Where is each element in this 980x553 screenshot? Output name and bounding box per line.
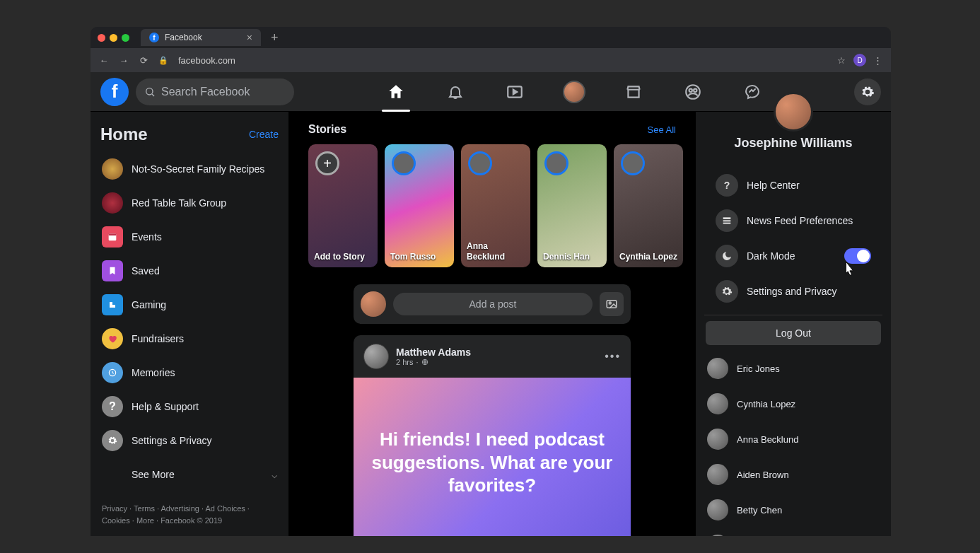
facebook-logo-icon[interactable]: f (100, 78, 129, 106)
post-composer: Add a post (354, 284, 631, 324)
story-item[interactable]: Dennis Han (537, 144, 607, 267)
sidebar-item-memories[interactable]: Memories (98, 356, 281, 389)
sidebar-item-help[interactable]: ? Help & Support (98, 390, 281, 423)
menu-newsfeed-prefs[interactable]: News Feed Preferences (714, 203, 873, 238)
post-author-avatar-icon[interactable] (363, 344, 389, 369)
browser-menu-icon[interactable]: ⋮ (873, 55, 882, 66)
avatar-icon (707, 393, 728, 414)
forward-icon[interactable]: → (119, 55, 129, 66)
gear-icon (102, 430, 123, 451)
sidebar-item-recipes[interactable]: Not-So-Secret Family Recipes (98, 153, 281, 185)
sidebar-item-label: Red Table Talk Group (132, 197, 226, 209)
sidebar-item-settings[interactable]: Settings & Privacy (98, 424, 281, 457)
group-thumb-icon (102, 158, 123, 180)
menu-label: News Feed Preferences (747, 215, 853, 226)
menu-help-center[interactable]: ? Help Center (714, 168, 873, 203)
plus-icon: + (315, 151, 339, 175)
nav-watch[interactable] (501, 72, 529, 112)
topnav-center (301, 72, 847, 112)
search-input[interactable]: Search Facebook (136, 78, 294, 105)
composer-photo-button[interactable] (600, 292, 624, 316)
nav-home[interactable] (382, 72, 410, 112)
bell-icon (447, 83, 464, 100)
stories-seeall[interactable]: See All (648, 124, 676, 135)
fundraisers-icon (102, 328, 123, 349)
sidebar-item-events[interactable]: Events (98, 221, 281, 253)
menu-dark-mode[interactable]: Dark Mode (714, 238, 873, 274)
sidebar-item-label: Events (132, 231, 162, 243)
nav-messenger[interactable] (738, 72, 766, 112)
footer-links[interactable]: Privacy · Terms · Advertising · Ad Choic… (98, 499, 281, 530)
sidebar-item-gaming[interactable]: Gaming (98, 289, 281, 321)
svg-rect-13 (723, 220, 731, 221)
sidebar-item-label: Gaming (132, 299, 166, 310)
feed-prefs-icon (716, 209, 738, 232)
close-window-icon[interactable] (98, 34, 105, 42)
svg-point-3 (686, 85, 700, 99)
memories-icon (102, 362, 123, 383)
contact-item[interactable]: Aiden Brown (706, 460, 881, 489)
menu-label: Settings and Privacy (747, 286, 837, 297)
composer-input[interactable]: Add a post (393, 293, 593, 315)
nav-profile[interactable] (560, 72, 588, 112)
account-menu: ? Help Center News Feed Preferences Dark… (704, 158, 882, 315)
svg-point-10 (609, 302, 611, 304)
settings-button[interactable] (854, 78, 881, 105)
story-item[interactable]: Tom Russo (385, 144, 454, 267)
logout-button[interactable]: Log Out (706, 321, 881, 345)
bookmark-icon[interactable]: ☆ (836, 55, 846, 66)
sidebar-item-seemore[interactable]: See More ⌵ (98, 458, 281, 491)
contact-item[interactable]: Anna Becklund (706, 424, 881, 454)
menu-label: Help Center (747, 180, 800, 191)
profile-photo-icon[interactable] (774, 92, 813, 132)
saved-icon (102, 260, 123, 281)
maximize-window-icon[interactable] (122, 34, 129, 42)
post-body: Hi friends! I need podcast suggestions. … (354, 378, 631, 536)
menu-settings-privacy[interactable]: Settings and Privacy (714, 274, 873, 309)
create-link[interactable]: Create (249, 129, 279, 140)
profile-name[interactable]: Josephine Williams (696, 136, 891, 151)
contact-item[interactable]: Cynthia Lopez (706, 389, 881, 419)
avatar-icon (707, 464, 728, 485)
story-avatar-icon (392, 151, 416, 175)
contacts-list: Eric Jones Cynthia Lopez Anna Becklund A… (696, 351, 891, 536)
profile-avatar-icon (563, 81, 585, 103)
dark-mode-toggle[interactable] (844, 248, 871, 264)
story-add[interactable]: + Add to Story (308, 144, 378, 267)
story-item[interactable]: Anna Becklund (461, 144, 530, 267)
post-message: Hi friends! I need podcast suggestions. … (371, 428, 614, 497)
sidebar-item-fundraisers[interactable]: Fundraisers (98, 322, 281, 355)
sidebar-item-saved[interactable]: Saved (98, 255, 281, 287)
story-label: Dennis Han (543, 252, 601, 262)
facebook-topnav: f Search Facebook (91, 72, 891, 112)
contact-name: Anna Becklund (737, 434, 798, 445)
browser-tab[interactable]: f Facebook × (141, 29, 261, 46)
nav-notifications[interactable] (441, 72, 469, 112)
chevron-down-icon: ⌵ (272, 469, 277, 480)
sidebar-item-label: Settings & Privacy (132, 435, 212, 446)
post-author-name[interactable]: Matthew Adams (396, 347, 471, 358)
browser-tabbar: f Facebook × + (91, 27, 891, 48)
contact-item[interactable]: Betty Chen (706, 495, 881, 525)
browser-profile-chip[interactable]: D (853, 54, 866, 66)
events-icon (102, 226, 123, 248)
back-icon[interactable]: ← (99, 55, 109, 66)
reload-icon[interactable]: ⟳ (139, 55, 148, 66)
post-more-icon[interactable]: ••• (605, 350, 621, 363)
nav-groups[interactable] (679, 72, 707, 112)
feed: Stories See All + Add to Story Tom Russo (288, 112, 696, 536)
story-item[interactable]: Cynthia Lopez (614, 144, 683, 267)
story-label: Anna Becklund (467, 241, 525, 262)
nav-marketplace[interactable] (619, 72, 648, 112)
contact-name: Eric Jones (737, 363, 780, 374)
sidebar-item-label: Memories (132, 367, 175, 378)
image-icon (605, 298, 618, 310)
contact-item[interactable]: Dan Brown (706, 530, 881, 536)
sidebar-item-redtable[interactable]: Red Table Talk Group (98, 187, 281, 219)
new-tab-button[interactable]: + (267, 30, 283, 45)
contact-item[interactable]: Eric Jones (706, 354, 881, 383)
minimize-window-icon[interactable] (110, 34, 117, 42)
close-tab-icon[interactable]: × (247, 32, 252, 43)
url-text[interactable]: facebook.com (178, 55, 235, 66)
page-title: Home (100, 124, 148, 144)
